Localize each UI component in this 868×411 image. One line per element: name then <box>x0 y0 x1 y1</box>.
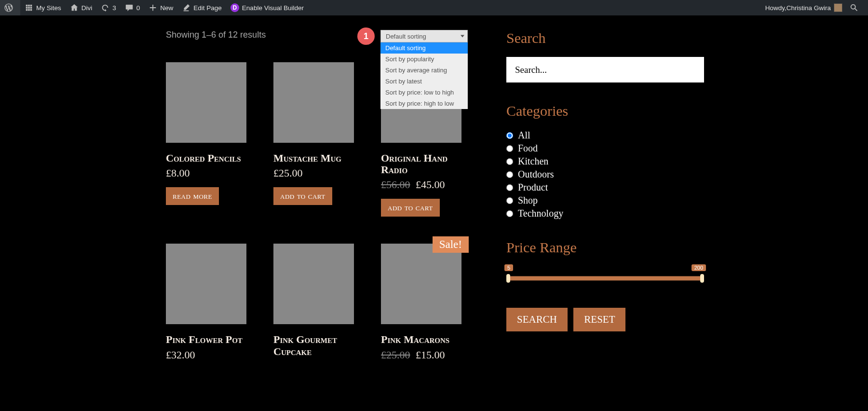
category-option[interactable]: Food <box>506 143 704 154</box>
product-title[interactable]: Pink Macarons <box>381 334 461 345</box>
range-track[interactable] <box>506 276 704 281</box>
category-label: Kitchen <box>518 156 548 167</box>
product-image-link[interactable] <box>166 62 246 143</box>
category-label: Shop <box>518 195 538 206</box>
categories-heading: Categories <box>506 103 704 119</box>
home-icon <box>70 3 79 12</box>
price-current: £15.00 <box>416 349 445 361</box>
category-option[interactable]: Product <box>506 182 704 193</box>
product-card: Sale! Pink Macarons £25.00 £15.00 <box>381 244 461 364</box>
add-to-cart-button[interactable]: add to cart <box>381 199 440 217</box>
search-heading: Search <box>506 30 704 46</box>
category-radio[interactable] <box>506 171 513 178</box>
product-image-link[interactable] <box>381 244 461 324</box>
visual-builder-label: Enable Visual Builder <box>242 4 304 12</box>
category-label: Outdoors <box>518 169 554 180</box>
product-price: £32.00 <box>166 349 246 361</box>
category-option[interactable]: Technology <box>506 208 704 219</box>
sort-selected-label: Default sorting <box>386 33 426 40</box>
comments-count: 0 <box>136 4 140 12</box>
product-card: Mustache Mug £25.00 add to cart <box>273 62 354 217</box>
shop-sidebar: Search Categories All Food Kitchen Outdo… <box>506 30 704 364</box>
updates-link[interactable]: 3 <box>96 0 121 15</box>
product-title[interactable]: Colored Pencils <box>166 152 246 164</box>
price-max-label: 200 <box>692 264 706 271</box>
reset-button[interactable]: RESET <box>573 308 625 331</box>
new-link[interactable]: New <box>144 0 177 15</box>
sort-select[interactable]: Default sorting <box>380 30 468 42</box>
sort-option[interactable]: Sort by latest <box>380 76 468 87</box>
product-card: Pink Gourmet Cupcake <box>273 244 354 364</box>
my-sites-link[interactable]: My Sites <box>20 0 66 15</box>
product-image-link[interactable] <box>273 62 354 143</box>
sort-option[interactable]: Sort by average rating <box>380 65 468 76</box>
category-option[interactable]: Outdoors <box>506 169 704 180</box>
site-link[interactable]: Divi <box>66 0 97 15</box>
sort-option[interactable]: Sort by popularity <box>380 54 468 65</box>
shop-main: Showing 1–6 of 12 results 1 Default sort… <box>58 30 477 364</box>
search-icon <box>850 3 858 12</box>
price-min-label: 5 <box>504 264 513 271</box>
sort-option[interactable]: Sort by price: low to high <box>380 87 468 98</box>
sort-option[interactable]: Default sorting <box>380 42 468 54</box>
sort-option[interactable]: Sort by price: high to low <box>380 98 468 109</box>
category-list: All Food Kitchen Outdoors Product Shop T… <box>506 130 704 219</box>
price-range-slider[interactable]: 5 200 <box>506 266 704 288</box>
category-label: Food <box>518 143 538 154</box>
category-radio[interactable] <box>506 184 513 191</box>
price-current: £25.00 <box>273 167 303 179</box>
product-title[interactable]: Original Hand Radio <box>381 152 461 176</box>
price-old: £56.00 <box>381 178 410 191</box>
visual-builder-link[interactable]: D Enable Visual Builder <box>226 0 308 15</box>
product-title[interactable]: Pink Gourmet Cupcake <box>273 334 354 357</box>
product-image-link[interactable] <box>273 244 354 324</box>
category-radio[interactable] <box>506 132 513 139</box>
product-title[interactable]: Pink Flower Pot <box>166 334 246 345</box>
search-input[interactable] <box>506 57 704 82</box>
wp-adminbar: My Sites Divi 3 0 New <box>0 0 868 15</box>
search-button[interactable]: SEARCH <box>506 308 568 331</box>
wp-logo[interactable] <box>0 0 20 15</box>
wordpress-icon <box>4 3 13 12</box>
category-radio[interactable] <box>506 158 513 165</box>
refresh-icon <box>101 3 109 12</box>
edit-page-label: Edit Page <box>193 4 222 12</box>
price-current: £8.00 <box>166 167 190 179</box>
category-radio[interactable] <box>506 210 513 217</box>
divi-icon: D <box>231 3 239 12</box>
product-image-link[interactable] <box>166 244 246 324</box>
howdy-label: Howdy, <box>765 4 787 12</box>
read-more-button[interactable]: read more <box>166 187 219 205</box>
add-to-cart-button[interactable]: add to cart <box>273 187 332 205</box>
search-toggle[interactable] <box>847 0 864 15</box>
price-current: £45.00 <box>416 178 445 191</box>
category-label: Product <box>518 182 548 193</box>
site-name-label: Divi <box>81 4 93 12</box>
price-current: £32.00 <box>166 349 195 361</box>
category-label: All <box>518 130 530 141</box>
edit-page-link[interactable]: Edit Page <box>177 0 226 15</box>
product-card: Pink Flower Pot £32.00 <box>166 244 246 364</box>
pencil-icon <box>182 3 190 12</box>
category-option[interactable]: All <box>506 130 704 141</box>
comment-icon <box>125 3 134 12</box>
category-radio[interactable] <box>506 197 513 204</box>
category-radio[interactable] <box>506 145 513 152</box>
annotation-badge: 1 <box>357 27 375 45</box>
user-avatar <box>834 3 842 12</box>
category-option[interactable]: Kitchen <box>506 156 704 167</box>
product-card: Colored Pencils £8.00 read more <box>166 62 246 217</box>
product-price: £56.00 £45.00 <box>381 178 461 191</box>
updates-count: 3 <box>112 4 116 12</box>
category-label: Technology <box>518 208 563 219</box>
comments-link[interactable]: 0 <box>121 0 145 15</box>
new-label: New <box>160 4 173 12</box>
product-price: £25.00 <box>273 167 354 179</box>
howdy-username: Christina Gwira <box>787 4 831 12</box>
product-price: £25.00 £15.00 <box>381 349 461 361</box>
category-option[interactable]: Shop <box>506 195 704 206</box>
price-range-heading: Price Range <box>506 239 704 256</box>
howdy-link[interactable]: Howdy, Christina Gwira <box>761 0 847 15</box>
page-content: Showing 1–6 of 12 results 1 Default sort… <box>58 15 810 364</box>
product-title[interactable]: Mustache Mug <box>273 152 354 164</box>
